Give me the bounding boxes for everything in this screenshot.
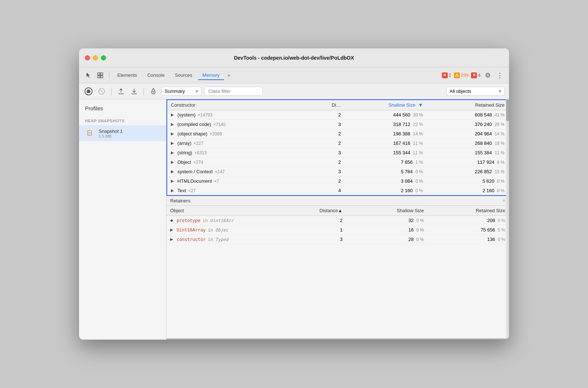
- shallow-cell-6: 5 784 0 %: [345, 167, 427, 177]
- retained-pct-6: 15 %: [493, 169, 505, 174]
- heap-row[interactable]: ▶ (object shape) ×3389 2 198 388 14 % 20…: [167, 129, 509, 139]
- retainer-name-1: Uint16Array: [177, 227, 205, 233]
- col-header-constructor[interactable]: Constructor: [167, 100, 317, 110]
- shallow-cell-3: 167 416 11 %: [345, 139, 427, 148]
- expand-arrow-0[interactable]: ▶: [171, 112, 175, 117]
- all-objects-arrow: ▾: [499, 88, 501, 94]
- sort-arrow-icon: ▼: [418, 102, 423, 108]
- retained-pct-4: 11 %: [493, 150, 505, 155]
- heap-table: Constructor Di… Shallow Size ▼ Retained …: [166, 99, 509, 196]
- close-button[interactable]: [85, 55, 90, 60]
- inspector-icon[interactable]: [95, 70, 105, 80]
- shallow-cell-2: 198 388 14 %: [345, 129, 427, 139]
- expand-arrow-7[interactable]: ▶: [171, 179, 175, 183]
- retainer-expand-0[interactable]: ◆: [170, 218, 175, 223]
- settings-icon[interactable]: ⚙: [483, 70, 492, 81]
- ret-col-object[interactable]: Object: [166, 206, 316, 216]
- retainer-expand-2[interactable]: ▶: [170, 237, 175, 242]
- heap-row[interactable]: ▶ system / Context ×147 3 5 784 0 % 226 …: [167, 167, 509, 177]
- all-objects-dropdown[interactable]: All objects ▾: [446, 87, 505, 96]
- retainer-row[interactable]: ▶ Uint16Array in Objec 1 16 0 % 75 656 5…: [166, 225, 509, 235]
- tab-sources[interactable]: Sources: [170, 70, 197, 80]
- expand-arrow-2[interactable]: ▶: [171, 131, 175, 136]
- retained-pct-3: 18 %: [493, 141, 505, 146]
- class-filter-input[interactable]: [204, 87, 263, 96]
- retained-pct-8: 0 %: [496, 188, 505, 193]
- retainer-expand-1[interactable]: ▶: [170, 227, 175, 232]
- tab-more-button[interactable]: »: [226, 71, 232, 79]
- retained-cell-2: 204 964 14 %: [427, 129, 509, 139]
- scrollbar[interactable]: [506, 99, 509, 338]
- retained-cell-0: 608 548 41 %: [427, 110, 509, 120]
- ret-distance-2: 3: [316, 235, 346, 244]
- expand-arrow-1[interactable]: ▶: [171, 122, 175, 127]
- constructor-name-7: HTMLDocument: [177, 178, 212, 184]
- constructor-name-5: Object: [177, 159, 191, 165]
- ret-shallow-1: 16 0 %: [346, 225, 427, 235]
- record-button[interactable]: [83, 86, 94, 96]
- ret-retained-pct-2: 0 %: [497, 237, 505, 242]
- col-header-distance[interactable]: Di…: [317, 100, 345, 110]
- expand-arrow-4[interactable]: ▶: [171, 150, 175, 155]
- ret-retained-pct-0: 0 %: [497, 218, 505, 223]
- retained-cell-8: 2 160 0 %: [427, 186, 509, 196]
- ret-shallow-0: 32 0 %: [346, 216, 427, 225]
- heap-row[interactable]: ▶ (array) ×227 2 167 416 11 % 268 840 18…: [167, 139, 509, 148]
- svg-rect-3: [101, 76, 103, 78]
- retained-pct-1: 26 %: [493, 122, 505, 127]
- minimize-button[interactable]: [93, 55, 98, 60]
- distance-cell-0: 2: [317, 110, 345, 120]
- expand-arrow-3[interactable]: ▶: [171, 141, 175, 146]
- ret-col-retained[interactable]: Retained Size: [428, 206, 509, 216]
- tab-console[interactable]: Console: [143, 70, 169, 80]
- heap-row[interactable]: ▶ (compiled code) ×7140 3 318 712 22 % 3…: [167, 120, 509, 129]
- ret-shallow-pct-0: 0 %: [415, 218, 424, 223]
- expand-arrow-5[interactable]: ▶: [171, 160, 175, 165]
- collect-garbage-button[interactable]: [148, 86, 158, 96]
- clear-button[interactable]: [97, 86, 107, 96]
- tab-separator: [109, 72, 109, 79]
- summary-dropdown[interactable]: Summary ▾: [161, 87, 201, 96]
- tab-elements[interactable]: Elements: [113, 70, 141, 80]
- col-header-retained[interactable]: Retained Size: [427, 100, 509, 110]
- scrollbar-thumb[interactable]: [506, 99, 509, 121]
- ret-col-distance[interactable]: Distance▲: [316, 206, 346, 216]
- ret-col-shallow[interactable]: Shallow Size: [346, 206, 427, 216]
- tab-memory[interactable]: Memory: [198, 70, 224, 80]
- cursor-icon[interactable]: [83, 70, 94, 80]
- expand-arrow-6[interactable]: ▶: [171, 169, 175, 174]
- heap-row[interactable]: ▶ (string) ×6313 3 155 344 11 % 155 384 …: [167, 148, 509, 158]
- retained-cell-7: 5 620 0 %: [427, 177, 509, 186]
- download-button[interactable]: [129, 86, 139, 96]
- retained-pct-5: 8 %: [496, 160, 505, 165]
- heap-row[interactable]: ▶ (system) ×14793 2 444 560 30 % 608 548…: [167, 110, 509, 120]
- shallow-cell-5: 7 656 1 %: [345, 158, 427, 167]
- heap-row[interactable]: ▶ HTMLDocument ×7 2 3 084 0 % 5 620 0 %: [167, 177, 509, 186]
- shallow-cell-4: 155 344 11 %: [345, 148, 427, 158]
- constructor-cell-5: ▶ Object ×274: [167, 158, 317, 167]
- retainer-context-2: Typed: [215, 237, 228, 242]
- constructor-count-7: ×7: [214, 179, 219, 184]
- shallow-cell-0: 444 560 30 %: [345, 110, 427, 120]
- retainer-name-0: prototype: [177, 218, 200, 223]
- col-header-shallow[interactable]: Shallow Size ▼: [345, 100, 427, 110]
- distance-cell-4: 3: [317, 148, 345, 158]
- toolbar: Summary ▾ All objects ▾: [79, 83, 509, 99]
- heap-row[interactable]: ▶ Text ×27 4 2 160 0 % 2 160 0 %: [167, 186, 509, 196]
- expand-arrow-8[interactable]: ▶: [171, 188, 175, 193]
- retainer-row[interactable]: ▶ constructor in Typed 3 28 0 % 136 0 %: [166, 235, 509, 244]
- ret-retained-pct-1: 5 %: [497, 227, 505, 233]
- heap-row[interactable]: ▶ Object ×274 2 7 656 1 % 117 924 8 %: [167, 158, 509, 167]
- shallow-cell-8: 2 160 0 %: [345, 186, 427, 196]
- constructor-cell-2: ▶ (object shape) ×3389: [167, 129, 317, 139]
- retainer-row[interactable]: ◆ prototype in Uint16Arr 2 32 0 % 208 0 …: [166, 216, 509, 225]
- constructor-name-0: (system): [177, 112, 196, 118]
- more-options-icon[interactable]: ⋮: [495, 70, 505, 81]
- upload-button[interactable]: [116, 86, 126, 96]
- maximize-button[interactable]: [101, 55, 106, 60]
- constructor-cell-1: ▶ (compiled code) ×7140: [167, 120, 317, 129]
- constructor-count-3: ×227: [193, 141, 203, 146]
- distance-cell-6: 3: [317, 167, 345, 177]
- distance-cell-2: 2: [317, 129, 345, 139]
- snapshot-1-item[interactable]: Snapshot 1 1.5 MB: [79, 125, 166, 141]
